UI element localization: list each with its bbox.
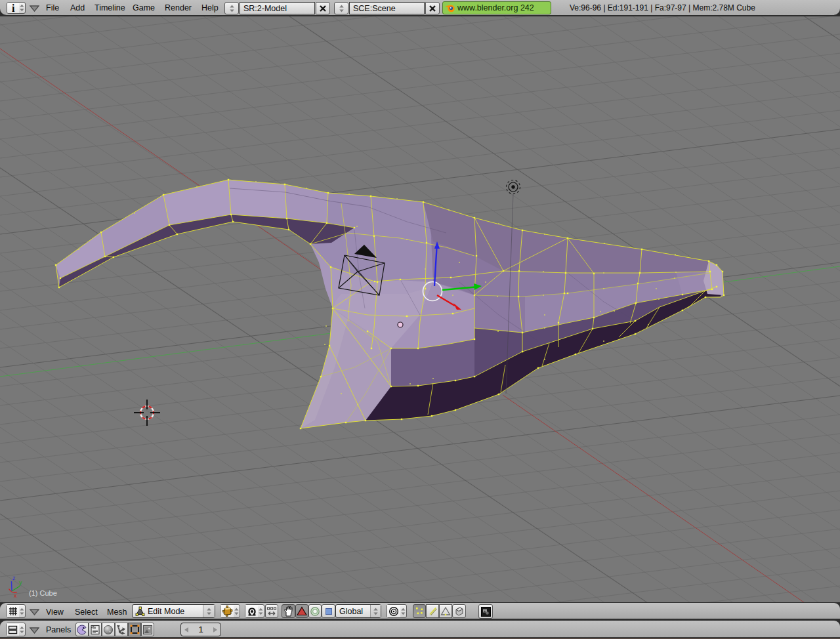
svg-text:(1) Cube: (1) Cube [29,589,57,597]
svg-text:z: z [12,575,16,581]
svg-text:y: y [19,579,22,586]
svg-text:x: x [14,592,17,599]
